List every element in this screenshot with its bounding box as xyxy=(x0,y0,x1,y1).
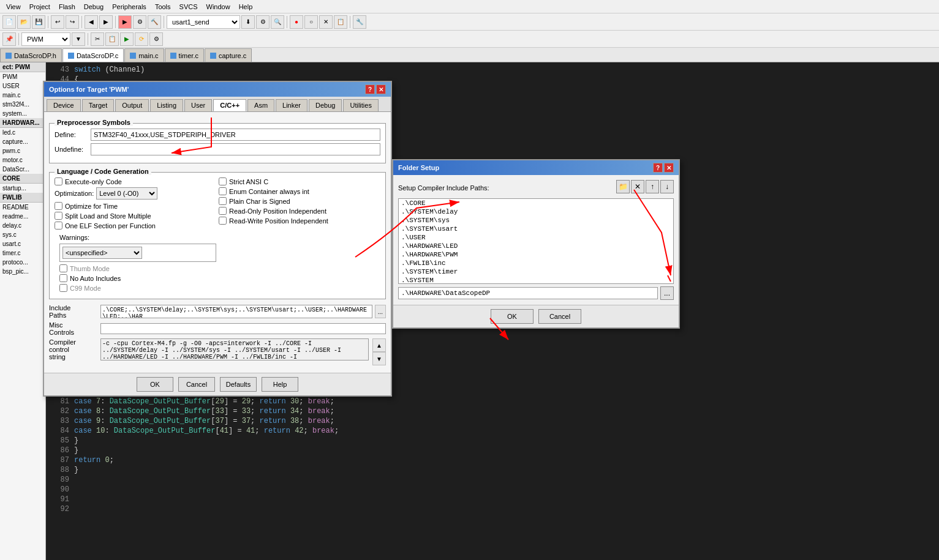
tab-timer-c[interactable]: timer.c xyxy=(165,48,204,62)
sidebar-main[interactable]: main.c xyxy=(0,91,45,100)
t2-btn4[interactable]: ▶ xyxy=(120,32,134,46)
menu-peripherals[interactable]: Peripherals xyxy=(108,2,150,12)
target-dropdown[interactable]: usart1_send xyxy=(167,15,240,29)
sidebar-capture[interactable]: capture... xyxy=(0,137,45,146)
t2-btn6[interactable]: ⚙ xyxy=(149,32,163,46)
settings-btn[interactable]: ⚙ xyxy=(256,15,270,29)
one-elf-cb[interactable] xyxy=(55,222,62,230)
tab-target[interactable]: Target xyxy=(82,99,115,111)
t2-btn1[interactable]: 📌 xyxy=(2,32,16,46)
tab-utilities[interactable]: Utilities xyxy=(343,99,378,111)
tab-datascrodp-h[interactable]: DataScroDP.h xyxy=(0,48,62,62)
t2-btn2[interactable]: ✂ xyxy=(91,32,104,46)
optimization-select[interactable]: Level 0 (-O0) Level 1 (-O1) Level 2 (-O2… xyxy=(96,187,157,200)
define-input[interactable] xyxy=(91,129,380,141)
execute-only-cb[interactable] xyxy=(55,177,62,185)
sidebar-usart[interactable]: usart.c xyxy=(0,239,45,248)
sidebar-readme[interactable]: README xyxy=(0,203,45,212)
t2-btn3[interactable]: 📋 xyxy=(105,32,119,46)
load-btn[interactable]: ⬇ xyxy=(241,15,255,29)
undefine-input[interactable] xyxy=(91,143,380,155)
read-write-cb[interactable] xyxy=(219,217,227,225)
stop-btn[interactable]: ○ xyxy=(304,15,318,29)
path-system-sys[interactable]: .\SYSTEM\sys xyxy=(399,216,673,225)
folder-cancel-btn[interactable]: Cancel xyxy=(538,309,581,324)
folder-ok-btn[interactable]: OK xyxy=(491,309,534,324)
tab-linker[interactable]: Linker xyxy=(276,99,307,111)
path-system-delay[interactable]: .\SYSTEM\delay xyxy=(399,207,673,216)
menu-window[interactable]: Window xyxy=(203,2,234,12)
options-help-btn[interactable]: ? xyxy=(365,84,375,94)
sidebar-system[interactable]: system... xyxy=(0,109,45,118)
back-btn[interactable]: ◀ xyxy=(85,15,98,29)
new-btn[interactable]: 📄 xyxy=(2,15,16,29)
sidebar-protocol[interactable]: protoco... xyxy=(0,258,45,267)
sidebar-datascr[interactable]: DataScr... xyxy=(0,165,45,174)
undo-btn[interactable]: ↩ xyxy=(51,15,64,29)
plain-char-cb[interactable] xyxy=(219,197,227,205)
sidebar-timer[interactable]: timer.c xyxy=(0,248,45,258)
pwm-dropdown[interactable]: PWM xyxy=(21,32,70,46)
menu-project[interactable]: Project xyxy=(26,2,54,12)
sidebar-pwm[interactable]: PWM xyxy=(0,72,45,81)
folder-up-btn[interactable]: ↑ xyxy=(646,180,659,193)
misc-controls-input[interactable] xyxy=(100,323,386,334)
build2-btn[interactable]: ⚙ xyxy=(133,15,146,29)
folder-path-input[interactable] xyxy=(398,287,658,299)
config-btn[interactable]: 🔧 xyxy=(353,15,366,29)
folder-delete-btn[interactable]: ✕ xyxy=(631,180,644,193)
path-system[interactable]: .\SYSTEM xyxy=(399,276,673,284)
sidebar-bsp[interactable]: bsp_pic... xyxy=(0,267,45,276)
tab-device[interactable]: Device xyxy=(47,99,81,111)
options-btn[interactable]: 📋 xyxy=(334,15,347,29)
compiler-scroll-up[interactable]: ▲ xyxy=(372,338,386,352)
path-fwlib-inc[interactable]: .\FWLIB\inc xyxy=(399,259,673,267)
options-cancel-btn[interactable]: Cancel xyxy=(178,377,215,392)
read-only-cb[interactable] xyxy=(219,207,227,215)
strict-ansi-cb[interactable] xyxy=(219,177,227,185)
tab-cc[interactable]: C/C++ xyxy=(213,99,246,111)
forward-btn[interactable]: ▶ xyxy=(99,15,113,29)
tab-datascrodp-c[interactable]: DataScroDP.c xyxy=(62,48,124,62)
build3-btn[interactable]: 🔨 xyxy=(148,15,161,29)
search-btn[interactable]: 🔍 xyxy=(271,15,284,29)
options-help-btn[interactable]: Help xyxy=(262,377,298,392)
tab-user[interactable]: User xyxy=(184,99,212,111)
folder-browse-btn[interactable]: ... xyxy=(660,286,674,300)
folder-down-btn[interactable]: ↓ xyxy=(660,180,674,193)
sidebar-pwm-c[interactable]: pwm.c xyxy=(0,146,45,155)
build-btn[interactable]: ▶ xyxy=(118,15,132,29)
split-load-cb[interactable] xyxy=(55,212,62,220)
enum-cb[interactable] xyxy=(219,187,227,195)
t2-dropdown-arrow[interactable]: ▼ xyxy=(72,32,85,46)
save-btn[interactable]: 💾 xyxy=(32,15,45,29)
sidebar-motor[interactable]: motor.c xyxy=(0,155,45,165)
path-user[interactable]: .\USER xyxy=(399,233,673,242)
folder-close-btn[interactable]: ✕ xyxy=(664,163,674,173)
sidebar-stm32[interactable]: stm32f4... xyxy=(0,100,45,109)
sidebar-led[interactable]: led.c xyxy=(0,128,45,137)
tab-main-c[interactable]: main.c xyxy=(124,48,164,62)
path-hardware-led[interactable]: .\HARDWARE\LED xyxy=(399,242,673,250)
path-core[interactable]: .\CORE xyxy=(399,199,673,207)
clear-btn[interactable]: ✕ xyxy=(319,15,333,29)
menu-view[interactable]: View xyxy=(2,2,25,12)
no-auto-cb[interactable] xyxy=(59,274,67,282)
menu-svcs[interactable]: SVCS xyxy=(176,2,202,12)
menu-help[interactable]: Help xyxy=(235,2,257,12)
tab-asm[interactable]: Asm xyxy=(247,99,274,111)
sidebar-sys[interactable]: sys.c xyxy=(0,230,45,239)
t2-btn5[interactable]: ⟳ xyxy=(135,32,148,46)
options-ok-btn[interactable]: OK xyxy=(137,377,173,392)
tab-output[interactable]: Output xyxy=(115,99,149,111)
c99-cb[interactable] xyxy=(59,284,67,292)
path-system-timer[interactable]: .\SYSTEM\timer xyxy=(399,267,673,276)
menu-tools[interactable]: Tools xyxy=(151,2,175,12)
sidebar-delay[interactable]: delay.c xyxy=(0,221,45,230)
tab-listing[interactable]: Listing xyxy=(150,99,183,111)
tab-capture-c[interactable]: capture.c xyxy=(205,48,252,62)
sidebar-user[interactable]: USER xyxy=(0,81,45,91)
sidebar-startup[interactable]: startup... xyxy=(0,184,45,193)
optimize-time-cb[interactable] xyxy=(55,202,62,210)
open-btn[interactable]: 📂 xyxy=(17,15,31,29)
